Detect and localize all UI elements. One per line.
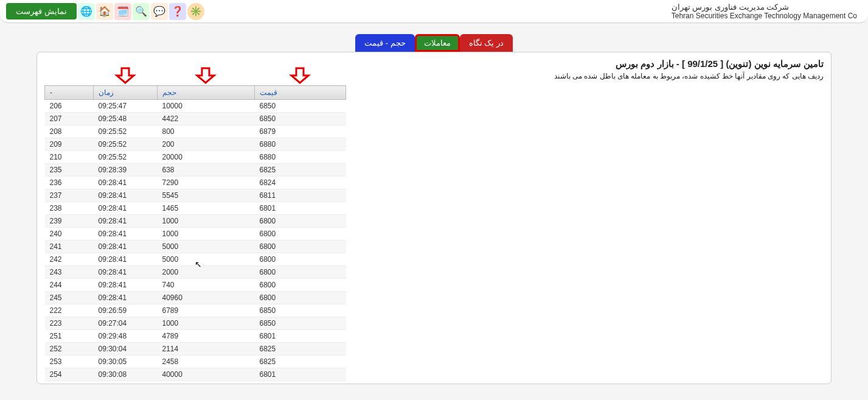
table-row: 21009:25:52200006880 [45,151,346,164]
table-header-row: - زمان حجم قیمت [45,86,346,100]
cell-volume: 800 [158,125,255,138]
cell-idx: 244 [45,279,94,292]
cell-idx: 209 [45,138,94,151]
cell-time: 09:27:04 [94,317,158,330]
cell-volume: 40000 [158,368,255,381]
table-row: 24109:28:4150006800 [45,240,346,253]
cell-time: 09:30:05 [94,356,158,368]
trades-table: - زمان حجم قیمت 20609:25:471000068502070… [44,85,346,381]
content-panel: تامین سرمایه نوین (تنوین) [ 99/1/25 ] - … [36,52,832,384]
col-volume[interactable]: حجم [158,86,255,100]
cell-price: 6801 [255,368,346,381]
tab-glance[interactable]: در یک نگاه [460,34,513,52]
cell-price: 6850 [255,113,346,125]
cell-price: 6850 [255,304,346,317]
cell-volume: 2458 [158,356,255,368]
cell-volume: 10000 [158,100,255,113]
cell-price: 6800 [255,228,346,240]
page-title: تامین سرمایه نوین (تنوین) [ 99/1/25 ] - … [44,57,824,71]
tabs: حجم - قیمت معاملات در یک نگاه [0,34,868,52]
cell-time: 09:25:52 [94,151,158,164]
cell-idx: 236 [45,177,94,189]
table-row: 20709:25:4844226850 [45,113,346,125]
search-icon[interactable]: 🔍 [133,3,150,20]
cell-time: 09:28:41 [94,240,158,253]
grid-icon[interactable]: 🗓️ [114,3,131,20]
cell-volume: 2000 [158,266,255,279]
cell-price: 6850 [255,100,346,113]
cell-volume: 5000 [158,240,255,253]
cell-idx: 223 [45,317,94,330]
cell-time: 09:25:48 [94,113,158,125]
cell-volume: 5000 [158,253,255,266]
topbar: شرکت مدیریت فناوری بورس تهران Tehran Sec… [0,0,868,23]
table-row: 25109:29:4847896801 [45,330,346,343]
cell-volume: 1000 [158,215,255,228]
cell-idx: 242 [45,253,94,266]
new-icon[interactable]: ✳️ [187,3,204,20]
cell-time: 09:29:48 [94,330,158,343]
cell-price: 6850 [255,317,346,330]
cell-price: 6801 [255,202,346,215]
cell-time: 09:28:39 [94,164,158,177]
toolbar: نمایش فهرست 🌐 🏠 🗓️ 🔍 💬 ❓ ✳️ [6,3,204,20]
globe-icon[interactable]: 🌐 [78,3,95,20]
table-row: 24209:28:4150006800 [45,253,346,266]
table-row: 24509:28:41409606800 [45,292,346,304]
table-row: 20809:25:528006879 [45,125,346,138]
cell-price: 6800 [255,266,346,279]
cell-idx: 251 [45,330,94,343]
cell-time: 09:28:41 [94,177,158,189]
cell-idx: 243 [45,266,94,279]
cell-time: 09:28:41 [94,292,158,304]
chat-icon[interactable]: 💬 [151,3,168,20]
cell-time: 09:25:52 [94,125,158,138]
col-idx[interactable]: - [45,86,94,100]
table-row: 25209:30:0421146825 [45,343,346,356]
cell-volume: 1000 [158,317,255,330]
cell-price: 6880 [255,151,346,164]
cell-idx: 238 [45,202,94,215]
cell-price: 6811 [255,189,346,202]
cell-time: 09:28:41 [94,279,158,292]
cell-time: 09:28:41 [94,215,158,228]
col-price[interactable]: قیمت [255,86,346,100]
table-row: 25309:30:0524586825 [45,356,346,368]
cell-price: 6800 [255,215,346,228]
help-icon[interactable]: ❓ [169,3,186,20]
company-en: Tehran Securities Exchange Technology Ma… [672,12,857,20]
company-block: شرکت مدیریت فناوری بورس تهران Tehran Sec… [667,1,862,21]
cell-time: 09:28:41 [94,202,158,215]
cell-price: 6801 [255,330,346,343]
cell-price: 6800 [255,240,346,253]
cell-idx: 207 [45,113,94,125]
cell-volume: 20000 [158,151,255,164]
home-icon[interactable]: 🏠 [96,3,113,20]
cell-idx: 208 [45,125,94,138]
cell-time: 09:25:47 [94,100,158,113]
tab-trades[interactable]: معاملات [415,34,460,52]
table-row: 24309:28:4120006800 [45,266,346,279]
cell-idx: 206 [45,100,94,113]
cell-time: 09:30:04 [94,343,158,356]
table-row: 25409:30:08400006801 [45,368,346,381]
cell-time: 09:30:08 [94,368,158,381]
cell-price: 6879 [255,125,346,138]
cell-price: 6800 [255,292,346,304]
cell-price: 6800 [255,279,346,292]
cell-volume: 2114 [158,343,255,356]
cell-volume: 1000 [158,228,255,240]
cell-idx: 235 [45,164,94,177]
col-time[interactable]: زمان [94,86,158,100]
show-list-button[interactable]: نمایش فهرست [6,3,77,19]
cell-volume: 5545 [158,189,255,202]
cell-idx: 254 [45,368,94,381]
cell-idx: 241 [45,240,94,253]
table-row: 23709:28:4155456811 [45,189,346,202]
table-row: 23609:28:4172906824 [45,177,346,189]
table-row: 24409:28:417406800 [45,279,346,292]
tab-volume-price[interactable]: حجم - قیمت [355,34,415,52]
table-row: 23909:28:4110006800 [45,215,346,228]
cell-idx: 210 [45,151,94,164]
table-row: 24009:28:4110006800 [45,228,346,240]
